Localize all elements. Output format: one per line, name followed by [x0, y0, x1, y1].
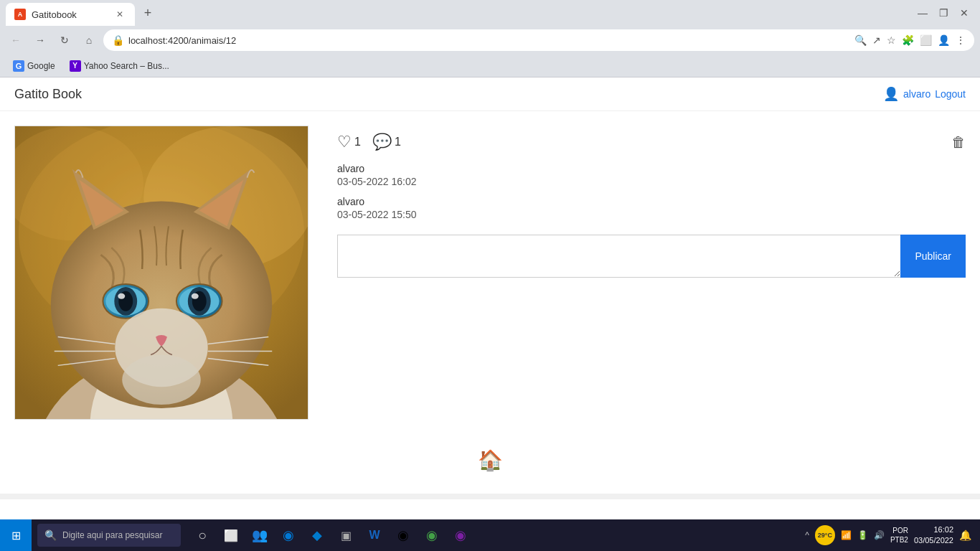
browser-chrome: A Gatitobook ✕ + — ❐ ✕ ← → ↻ ⌂ 🔒 localho…: [0, 0, 980, 77]
logout-button[interactable]: Logout: [935, 88, 966, 100]
right-panel: ♡ 1 💬 1 🗑 alvaro 03-05-2022 16:02 alvaro…: [337, 126, 966, 420]
comment-2-time: 03-05-2022 15:50: [337, 209, 966, 220]
scroll-area[interactable]: [0, 494, 980, 499]
cat-image: [15, 126, 308, 419]
address-bar-icons: 🔍 ↗ ☆ 🧩 ⬜ 👤 ⋮: [854, 34, 966, 46]
bookmark-yahoo-label: Yahoo Search – Bus...: [84, 61, 169, 71]
cat-image-container: [14, 126, 308, 420]
search-address-icon[interactable]: 🔍: [854, 34, 867, 46]
lock-icon: 🔒: [112, 34, 124, 46]
user-area: 👤 alvaro Logout: [883, 86, 966, 102]
favorite-icon[interactable]: ☆: [887, 34, 896, 46]
comments-count: 1: [395, 136, 401, 149]
yahoo-favicon: Y: [70, 60, 81, 72]
bookmarks-bar: G Google Y Yahoo Search – Bus...: [0, 55, 980, 77]
minimize-button[interactable]: —: [918, 7, 928, 19]
comment-2: alvaro 03-05-2022 15:50: [337, 196, 966, 220]
comment-2-author: alvaro: [337, 196, 966, 207]
app-content: Gatito Book 👤 alvaro Logout: [0, 77, 980, 494]
app-header: Gatito Book 👤 alvaro Logout: [0, 77, 980, 111]
home-nav-button[interactable]: ⌂: [79, 30, 99, 50]
user-avatar-icon: 👤: [883, 86, 899, 102]
app-footer: 🏠: [0, 434, 980, 486]
user-name-label: alvaro: [903, 88, 930, 100]
maximize-button[interactable]: ❐: [939, 7, 948, 19]
home-footer-icon[interactable]: 🏠: [478, 448, 503, 472]
refresh-button[interactable]: ↻: [55, 30, 75, 50]
extensions-icon[interactable]: 🧩: [902, 34, 914, 46]
tab-favicon: A: [14, 9, 26, 20]
app-logo: Gatito Book: [14, 87, 82, 102]
delete-button[interactable]: 🗑: [951, 134, 966, 151]
comment-section[interactable]: 💬 1: [372, 133, 401, 151]
back-button[interactable]: ←: [6, 30, 26, 50]
comment-1-author: alvaro: [337, 163, 966, 174]
window-controls: — ❐ ✕: [918, 7, 974, 19]
share-icon[interactable]: ↗: [872, 34, 881, 46]
likes-count: 1: [354, 136, 361, 149]
heart-icon: ♡: [337, 133, 352, 151]
comment-1: alvaro 03-05-2022 16:02: [337, 163, 966, 187]
main-content: ♡ 1 💬 1 🗑 alvaro 03-05-2022 16:02 alvaro…: [0, 111, 980, 434]
active-tab[interactable]: A Gatitobook ✕: [6, 3, 135, 26]
publish-button[interactable]: Publicar: [900, 235, 966, 278]
svg-point-21: [192, 293, 199, 299]
comment-textarea[interactable]: [337, 235, 900, 278]
svg-point-30: [122, 354, 200, 405]
split-view-icon[interactable]: ⬜: [920, 34, 932, 46]
comment-bubble-icon: 💬: [372, 133, 392, 151]
bookmark-yahoo[interactable]: Y Yahoo Search – Bus...: [64, 58, 175, 74]
tab-title: Gatitobook: [32, 9, 108, 20]
google-favicon: G: [13, 60, 24, 72]
close-window-button[interactable]: ✕: [960, 7, 969, 19]
title-bar: A Gatitobook ✕ + — ❐ ✕: [0, 0, 980, 26]
interaction-row: ♡ 1 💬 1 🗑: [337, 133, 966, 151]
profile-icon[interactable]: 👤: [938, 34, 950, 46]
new-tab-button[interactable]: +: [138, 3, 158, 23]
menu-icon[interactable]: ⋮: [956, 34, 966, 46]
tab-close-button[interactable]: ✕: [113, 8, 126, 21]
address-bar-row: ← → ↻ ⌂ 🔒 localhost:4200/animais/12 🔍 ↗ …: [0, 26, 980, 55]
url-display: localhost:4200/animais/12: [128, 35, 850, 46]
bookmark-google[interactable]: G Google: [7, 58, 61, 74]
address-bar[interactable]: 🔒 localhost:4200/animais/12 🔍 ↗ ☆ 🧩 ⬜ 👤 …: [103, 29, 974, 51]
svg-point-15: [118, 293, 125, 299]
like-section[interactable]: ♡ 1: [337, 133, 361, 151]
comment-1-time: 03-05-2022 16:02: [337, 176, 966, 187]
comment-input-row: Publicar: [337, 235, 966, 278]
forward-button[interactable]: →: [30, 30, 50, 50]
bookmark-google-label: Google: [27, 61, 55, 71]
